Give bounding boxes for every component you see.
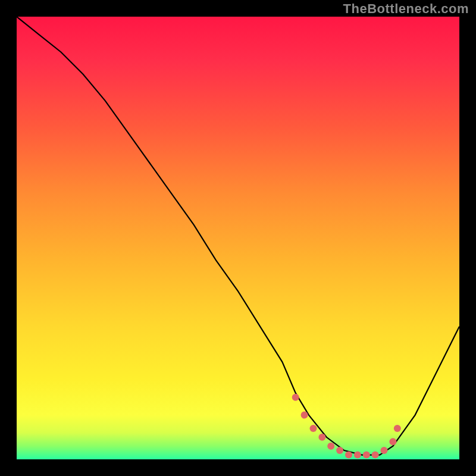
- optimal-marker: [301, 412, 308, 419]
- optimal-marker: [345, 452, 352, 459]
- optimal-marker: [381, 447, 388, 454]
- watermark-text: TheBottleneck.com: [343, 1, 469, 17]
- optimal-marker: [327, 443, 334, 450]
- optimal-marker: [389, 438, 396, 445]
- optimal-marker: [310, 425, 317, 432]
- optimal-marker: [292, 394, 299, 401]
- optimal-marker: [372, 452, 379, 459]
- optimal-marker: [394, 425, 401, 432]
- optimal-marker: [318, 434, 325, 441]
- optimal-marker: [336, 447, 343, 454]
- gradient-background: [17, 17, 459, 459]
- optimal-marker: [363, 452, 370, 459]
- optimal-marker: [354, 452, 361, 459]
- chart-container: TheBottleneck.com: [0, 0, 476, 476]
- bottleneck-chart: [17, 17, 459, 459]
